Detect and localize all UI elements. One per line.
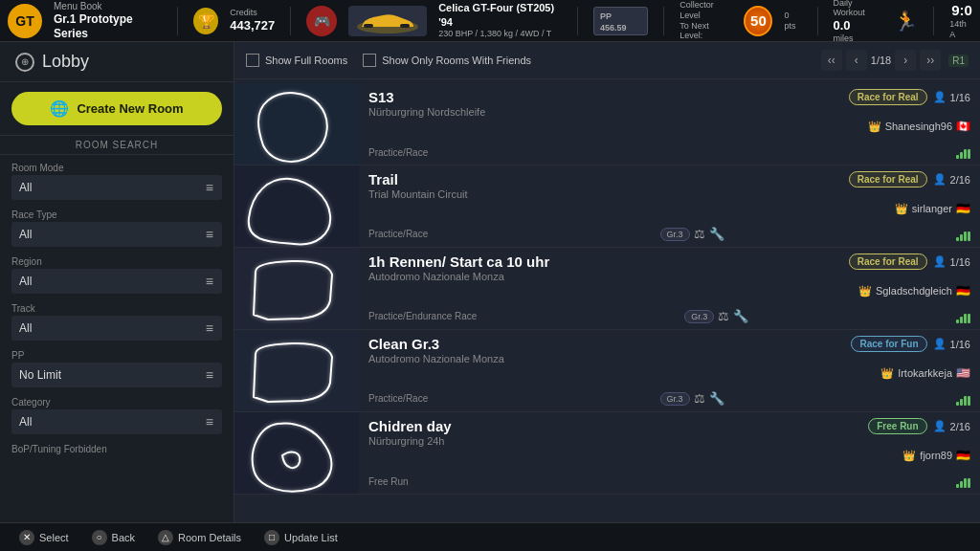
room-name-block: Chidren day Nürburgring 24h	[368, 418, 452, 447]
filter-room-mode: Room Mode All ≡	[0, 159, 234, 206]
host-flag: 🇩🇪	[956, 284, 970, 298]
room-item[interactable]: S13 Nürburgring Nordschleife Race for Re…	[234, 83, 980, 165]
create-room-button[interactable]: 🌐 Create New Room	[11, 92, 222, 125]
next-page-single-button[interactable]: ›	[895, 50, 916, 71]
signal-bar	[968, 314, 970, 323]
room-info-block: Clean Gr.3 Autodromo Nazionale Monza Rac…	[359, 330, 980, 411]
filter-category-icon: ≡	[206, 414, 214, 430]
filter-race-type-value: All	[19, 228, 32, 241]
svg-rect-6	[234, 330, 359, 411]
collector-pts-block: 0 pts	[784, 11, 801, 32]
room-search-label: ROOM SEARCH	[0, 135, 234, 155]
filter-room-mode-select[interactable]: All ≡	[11, 175, 222, 200]
select-button[interactable]: ✕ Select	[19, 530, 69, 545]
show-friends-rooms-box[interactable]	[363, 54, 376, 67]
balance-icon: ⚖	[694, 391, 705, 406]
signal-strength	[956, 228, 970, 241]
room-thumbnail	[234, 412, 359, 494]
room-item[interactable]: Trail Trial Mountain Circuit Race for Re…	[234, 165, 980, 248]
update-list-button[interactable]: □ Update List	[264, 530, 338, 545]
pp-label: PP	[600, 11, 612, 21]
room-host-block: 👑 Shanesingh96 🇨🇦	[368, 120, 970, 133]
players-count: 1/16	[950, 339, 970, 350]
divider-1	[177, 7, 178, 35]
room-bottom: Practice/Race Gr.3⚖🔧	[368, 227, 970, 241]
host-name: sirlanger	[912, 203, 952, 214]
room-details-label: Room Details	[178, 532, 241, 543]
filter-region-select[interactable]: All ≡	[11, 269, 222, 294]
room-type-badge: Race for Fun	[851, 336, 926, 352]
signal-bar	[960, 317, 963, 323]
room-details-icon: △	[158, 530, 173, 545]
room-bottom: Practice/Race Gr.3⚖🔧	[368, 391, 970, 406]
room-list: S13 Nürburgring Nordschleife Race for Re…	[234, 79, 980, 522]
show-full-rooms-box[interactable]	[246, 54, 259, 67]
room-item[interactable]: Chidren day Nürburgring 24h Free Run 👤 2…	[234, 412, 980, 495]
signal-strength	[956, 145, 970, 159]
signal-bar	[960, 399, 963, 406]
filter-region: Region All ≡	[0, 253, 234, 299]
room-name-block: Clean Gr.3 Autodromo Nazionale Monza	[368, 336, 504, 364]
filter-region-icon: ≡	[206, 274, 214, 289]
balance-icon: ⚖	[694, 227, 705, 241]
filter-pp-icon: ≡	[206, 367, 214, 383]
room-badges: Race for Real 👤 1/16	[849, 89, 970, 105]
filter-pp-select[interactable]: No Limit ≡	[11, 363, 222, 387]
room-info-block: Chidren day Nürburgring 24h Free Run 👤 2…	[359, 412, 980, 494]
filter-category-select[interactable]: All ≡	[11, 409, 222, 434]
next-page-button[interactable]: ››	[920, 50, 941, 71]
room-type-badge: Race for Real	[849, 89, 927, 105]
prev-page-button[interactable]: ‹‹	[821, 50, 842, 71]
menu-info: Menu Book Gr.1 Prototype Series	[54, 1, 162, 40]
collector-block: Collector Level To Next Level:	[679, 0, 732, 41]
top-bar: GT Menu Book Gr.1 Prototype Series 🏆 Cre…	[0, 0, 980, 42]
room-info-block: 1h Rennen/ Start ca 10 uhr Autodromo Naz…	[359, 248, 980, 329]
room-tags: Gr.3⚖🔧	[660, 227, 724, 241]
time-block: 9:0 14th A	[949, 2, 972, 40]
room-top: Chidren day Nürburgring 24h Free Run 👤 2…	[368, 418, 970, 447]
prev-page-single-button[interactable]: ‹	[846, 50, 867, 71]
players-icon: 👤	[933, 420, 947, 432]
show-friends-rooms-checkbox[interactable]: Show Only Rooms With Friends	[363, 54, 531, 67]
room-track: Autodromo Nazionale Monza	[368, 271, 549, 282]
signal-bar	[960, 152, 963, 159]
collector-next: To Next Level:	[679, 21, 732, 42]
collector-label: Collector Level	[679, 0, 732, 21]
workout-block: Daily Workout 0.0 miles	[833, 0, 882, 44]
credits-value: 443,727	[230, 18, 275, 33]
filter-category: Category All ≡	[0, 393, 234, 440]
host-name: Sgladschdgleich	[876, 285, 952, 297]
room-name: Trail	[368, 171, 468, 187]
room-name: Chidren day	[368, 418, 452, 434]
signal-bar	[968, 231, 970, 241]
signal-bar	[956, 402, 959, 406]
room-item[interactable]: Clean Gr.3 Autodromo Nazionale Monza Rac…	[234, 330, 980, 412]
room-tags: Gr.3⚖🔧	[660, 391, 724, 406]
room-details-button[interactable]: △ Room Details	[158, 530, 241, 545]
filter-category-value: All	[19, 415, 32, 429]
room-info-block: Trail Trial Mountain Circuit Race for Re…	[359, 165, 980, 247]
lobby-title: Lobby	[42, 52, 89, 72]
show-full-rooms-checkbox[interactable]: Show Full Rooms	[246, 54, 347, 67]
svg-rect-2	[400, 24, 410, 28]
filter-room-mode-value: All	[19, 181, 32, 194]
back-button[interactable]: ○ Back	[92, 530, 135, 545]
players-info: 👤 1/16	[933, 338, 970, 350]
pp-value: 456.59	[600, 23, 627, 33]
svg-rect-3	[234, 83, 359, 165]
race-mode: Practice/Race	[368, 393, 428, 404]
wrench-icon: 🔧	[733, 309, 748, 323]
filter-track-select[interactable]: All ≡	[11, 316, 222, 341]
room-name: 1h Rennen/ Start ca 10 uhr	[368, 253, 549, 270]
select-label: Select	[39, 532, 69, 543]
race-mode: Practice/Endurance Race	[368, 311, 477, 321]
lobby-icon: ⊕	[15, 53, 34, 72]
race-mode: Free Run	[368, 476, 409, 487]
room-track: Nürburgring Nordschleife	[368, 106, 485, 118]
crown-icon: 👑	[880, 367, 894, 380]
car-select-icon[interactable]: 🎮	[306, 6, 337, 36]
players-icon: 👤	[933, 255, 947, 268]
filter-race-type-icon: ≡	[206, 227, 214, 242]
room-item[interactable]: 1h Rennen/ Start ca 10 uhr Autodromo Naz…	[234, 248, 980, 330]
filter-race-type-select[interactable]: All ≡	[11, 222, 222, 247]
